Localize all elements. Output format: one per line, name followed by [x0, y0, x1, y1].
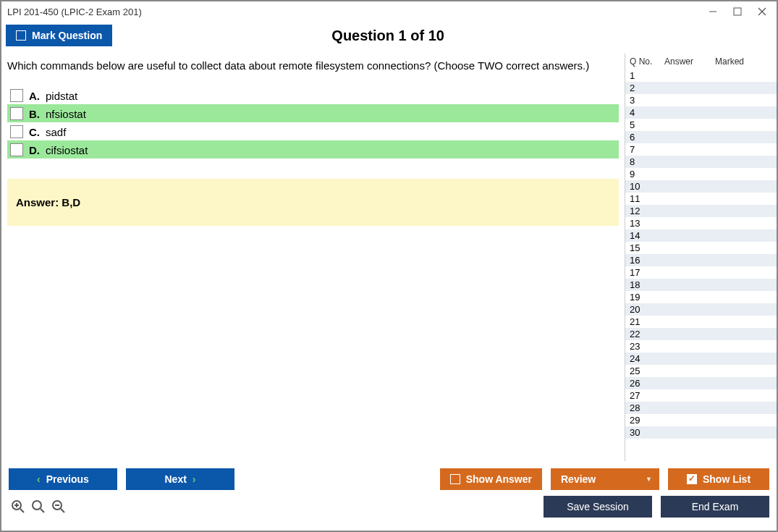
sidebar-row[interactable]: 12 [625, 205, 777, 217]
option-letter: B. [29, 108, 40, 120]
sidebar-row[interactable]: 21 [625, 316, 777, 328]
checked-square-icon [687, 474, 697, 484]
sidebar-row[interactable]: 19 [625, 291, 777, 303]
titlebar: LPI 201-450 (LPIC-2 Exam 201) [1, 1, 777, 22]
zoom-controls [9, 499, 67, 515]
svg-line-5 [20, 509, 24, 512]
mark-question-button[interactable]: Mark Question [6, 25, 112, 46]
review-button[interactable]: Review ▼ [551, 468, 659, 490]
sidebar-list[interactable]: 1234567891011121314151617181920212223242… [625, 69, 777, 461]
sidebar-row[interactable]: 14 [625, 229, 777, 242]
zoom-icon[interactable] [30, 499, 46, 515]
minimize-icon[interactable] [709, 7, 717, 16]
option-letter: C. [29, 126, 40, 138]
option-row[interactable]: C. sadf [7, 122, 619, 140]
checkbox-icon[interactable] [10, 107, 23, 120]
previous-button[interactable]: ‹ Previous [9, 468, 117, 490]
sidebar-header: Q No. Answer Marked [625, 54, 777, 69]
sidebar-row[interactable]: 1 [625, 69, 777, 82]
chevron-left-icon: ‹ [37, 473, 41, 485]
checkbox-icon[interactable] [10, 125, 23, 138]
answer-box: Answer: B,D [7, 179, 619, 226]
checkbox-icon[interactable] [10, 89, 23, 102]
sidebar-row[interactable]: 30 [625, 426, 777, 439]
sidebar-row[interactable]: 2 [625, 82, 777, 94]
sidebar-row[interactable]: 10 [625, 180, 777, 193]
option-text: pidstat [46, 90, 77, 102]
save-session-label: Save Session [567, 501, 629, 512]
svg-line-9 [41, 509, 44, 512]
sidebar-row[interactable]: 16 [625, 254, 777, 266]
option-row[interactable]: A. pidstat [7, 86, 619, 104]
sidebar-row[interactable]: 5 [625, 119, 777, 131]
sidebar-row[interactable]: 28 [625, 402, 777, 414]
sidebar-row[interactable]: 20 [625, 303, 777, 316]
sidebar-row[interactable]: 11 [625, 193, 777, 205]
sidebar-row[interactable]: 23 [625, 340, 777, 352]
col-qno: Q No. [630, 56, 664, 67]
triangle-down-icon: ▼ [646, 476, 652, 483]
sidebar-row[interactable]: 6 [625, 131, 777, 143]
checkbox-icon[interactable] [10, 143, 23, 156]
chevron-right-icon: › [193, 473, 196, 485]
topbar: Mark Question Question 1 of 10 [1, 22, 777, 54]
sidebar-row[interactable]: 18 [625, 279, 777, 291]
sidebar-row[interactable]: 17 [625, 266, 777, 279]
sidebar-row[interactable]: 13 [625, 217, 777, 229]
option-text: nfsiostat [46, 108, 86, 120]
option-text: cifsiostat [46, 144, 88, 156]
sidebar-row[interactable]: 9 [625, 168, 777, 180]
option-letter: A. [29, 90, 40, 102]
square-icon [450, 474, 460, 484]
window-controls [709, 7, 771, 16]
close-icon[interactable] [758, 7, 766, 16]
option-row[interactable]: B. nfsiostat [7, 104, 619, 122]
sidebar-row[interactable]: 24 [625, 352, 777, 365]
sidebar-row[interactable]: 3 [625, 94, 777, 106]
col-marked: Marked [715, 56, 772, 67]
show-list-label: Show List [703, 473, 750, 485]
svg-point-8 [33, 501, 41, 510]
sidebar-row[interactable]: 7 [625, 143, 777, 156]
sidebar-row[interactable]: 29 [625, 414, 777, 426]
sidebar-row[interactable]: 22 [625, 328, 777, 340]
options-list: A. pidstatB. nfsiostatC. sadfD. cifsiost… [7, 86, 619, 159]
sidebar-row[interactable]: 15 [625, 242, 777, 254]
zoom-in-icon[interactable] [10, 499, 26, 515]
sidebar-row[interactable]: 4 [625, 106, 777, 119]
show-answer-label: Show Answer [466, 473, 532, 485]
svg-line-11 [61, 509, 64, 512]
end-exam-button[interactable]: End Exam [661, 496, 769, 518]
sidebar-row[interactable]: 27 [625, 389, 777, 402]
end-exam-label: End Exam [692, 501, 739, 512]
zoom-out-icon[interactable] [51, 499, 67, 515]
option-letter: D. [29, 144, 40, 156]
show-list-button[interactable]: Show List [668, 468, 769, 490]
next-label: Next [164, 473, 186, 485]
app-window: LPI 201-450 (LPIC-2 Exam 201) Mark Quest… [0, 0, 778, 532]
maximize-icon[interactable] [733, 7, 742, 16]
col-answer: Answer [664, 56, 715, 67]
window-title: LPI 201-450 (LPIC-2 Exam 201) [7, 7, 142, 17]
review-label: Review [561, 473, 596, 485]
option-text: sadf [46, 126, 66, 138]
sidebar-row[interactable]: 25 [625, 365, 777, 377]
save-session-button[interactable]: Save Session [544, 496, 652, 518]
content: Which commands below are useful to colle… [1, 54, 777, 461]
sidebar-row[interactable]: 8 [625, 156, 777, 168]
mark-question-label: Mark Question [32, 30, 102, 41]
option-row[interactable]: D. cifsiostat [7, 140, 619, 159]
question-list-sidebar: Q No. Answer Marked 12345678910111213141… [625, 54, 777, 461]
next-button[interactable]: Next › [126, 468, 234, 490]
sidebar-row[interactable]: 26 [625, 377, 777, 389]
question-counter: Question 1 of 10 [112, 28, 664, 44]
question-panel: Which commands below are useful to colle… [1, 54, 625, 461]
svg-rect-1 [734, 8, 741, 15]
square-icon [16, 30, 26, 41]
previous-label: Previous [46, 473, 89, 485]
show-answer-button[interactable]: Show Answer [440, 468, 542, 490]
bottombar: ‹ Previous Next › Show Answer Review ▼ S… [1, 461, 777, 531]
question-text: Which commands below are useful to colle… [7, 59, 619, 72]
